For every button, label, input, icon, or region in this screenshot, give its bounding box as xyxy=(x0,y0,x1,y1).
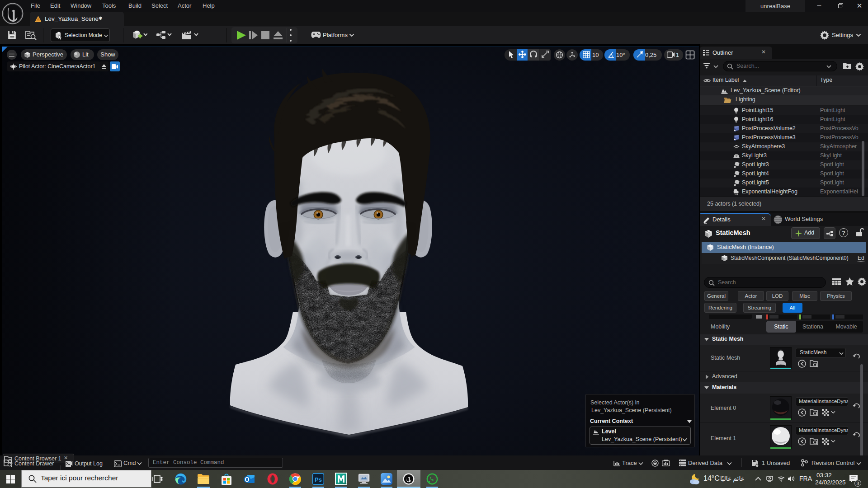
svg-text:Ps: Ps xyxy=(315,476,322,483)
svg-text:MAYA: MAYA xyxy=(344,483,347,485)
